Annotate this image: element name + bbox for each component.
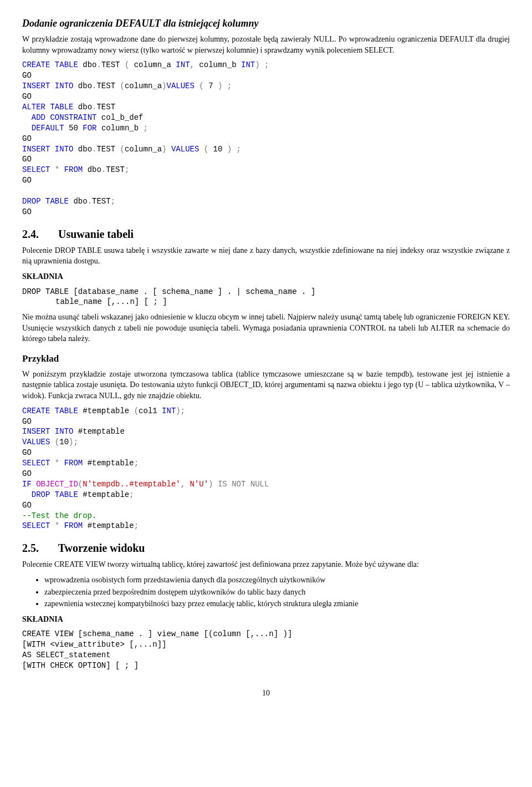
go: GO [22, 176, 32, 185]
id-dbo: dbo [78, 82, 92, 90]
syntax-line: [WITH CHECK OPTION] [ ; ] [22, 661, 139, 670]
syntax-line: CREATE VIEW [schema_name . ] view_name [… [22, 629, 292, 638]
kw-int: INT [176, 60, 190, 69]
kw-table: TABLE [45, 197, 69, 206]
id-temptable: #temptable [83, 407, 129, 415]
kw-table: TABLE [55, 60, 78, 69]
id-dbo: dbo [73, 197, 87, 206]
kw-select: SELECT [22, 165, 50, 174]
paren: ( [204, 145, 208, 154]
kw-not: NOT [232, 480, 245, 489]
kw-from: FROM [64, 521, 83, 530]
paren-semi: ); [69, 438, 78, 446]
id-test: TEST [96, 103, 115, 111]
kw-create: CREATE [22, 60, 50, 69]
syntax-line: table_name [,...n] [ ; ] [22, 297, 510, 307]
go: GO [22, 71, 32, 80]
paren: ) [162, 145, 166, 154]
star: * [55, 165, 59, 174]
kw-into: INTO [55, 82, 74, 90]
id-dbo: dbo [83, 60, 96, 69]
go: GO [22, 417, 32, 426]
kw-is: IS [218, 480, 227, 489]
semi: ; [129, 490, 134, 499]
str-tempdb: N'tempdb..#temptable' [83, 480, 180, 489]
kw-drop: DROP [32, 490, 50, 499]
paren: ( [134, 407, 139, 415]
id-cola: column_a [125, 82, 162, 90]
kw-select: SELECT [22, 459, 50, 468]
dot: . [96, 60, 101, 69]
kw-insert: INSERT [22, 145, 50, 154]
kw-constraint: CONSTRAINT [50, 113, 96, 122]
semi: ; [264, 60, 269, 69]
semi: ; [134, 521, 139, 530]
semi: ; [227, 82, 232, 90]
kw-for: FOR [83, 124, 96, 133]
num-10: 10 [59, 438, 69, 446]
kw-from: FROM [64, 165, 83, 174]
syntax-line: AS SELECT_statement [22, 651, 111, 659]
id-colbdef: col_b_def [101, 113, 144, 122]
paren: ( [78, 480, 83, 489]
paren: ( [125, 60, 129, 69]
kw-insert: INSERT [22, 427, 50, 436]
semi: ; [111, 197, 115, 206]
id-colb: column_b [199, 60, 236, 69]
para-24-2: Nie można usunąć tabeli wskazanej jako o… [22, 312, 510, 344]
go: GO [22, 92, 32, 101]
para-24-1: Polecenie DROP TABLE usuwa tabelę i wszy… [22, 245, 510, 267]
num-10: 10 [213, 145, 223, 154]
id-cola: column_a [125, 145, 162, 154]
star: * [55, 459, 59, 468]
kw-values: VALUES [167, 82, 195, 90]
kw-create: CREATE [22, 407, 50, 415]
comment-test-drop: --Test the drop. [22, 511, 96, 520]
comma: , [190, 60, 195, 69]
num-7: 7 [208, 82, 213, 90]
code-block-temptable: CREATE TABLE #temptable (col1 INT); GO I… [22, 406, 510, 532]
id-dbo: dbo [88, 165, 101, 174]
kw-values: VALUES [22, 438, 50, 446]
para-przyklad: W poniższym przykładzie zostaje utworzon… [22, 369, 510, 402]
comma: , [181, 480, 185, 489]
go: GO [22, 155, 32, 164]
id-dbo: dbo [78, 103, 92, 111]
id-dbo: dbo [78, 145, 92, 154]
id-colb: column_b [101, 124, 139, 133]
para-default-intro: W przykładzie zostają wprowadzone dane d… [22, 34, 510, 55]
kw-insert: INSERT [22, 82, 50, 90]
paren: ( [120, 82, 124, 90]
syntax-line: DROP TABLE [database_name . [ schema_nam… [22, 287, 315, 296]
kw-add: ADD [32, 113, 45, 122]
star: * [55, 521, 59, 530]
label-skladnia-24: SKŁADNIA [22, 271, 510, 282]
fn-objectid: OBJECT_ID [36, 480, 78, 489]
paren: ) [255, 60, 259, 69]
syntax-drop-table: DROP TABLE [database_name . [ schema_nam… [22, 287, 510, 308]
page-number: 10 [22, 688, 510, 699]
kw-default: DEFAULT [32, 124, 64, 133]
kw-drop: DROP [22, 197, 41, 206]
dot: . [88, 197, 92, 206]
heading-przyklad: Przykład [22, 352, 510, 365]
id-test: TEST [96, 82, 115, 90]
paren: ) [208, 480, 213, 489]
kw-into: INTO [55, 427, 74, 436]
code-block-default: CREATE TABLE dbo.TEST ( column_a INT, co… [22, 60, 510, 217]
id-col1: col1 [139, 407, 157, 415]
semi: ; [134, 459, 139, 468]
heading-num-25: 2.5. [22, 540, 55, 556]
id-cola: column_a [134, 60, 171, 69]
kw-null: NULL [250, 480, 269, 489]
id-test: TEST [106, 165, 125, 174]
id-test: TEST [96, 145, 115, 154]
paren-semi: ); [176, 407, 185, 415]
num-50: 50 [69, 124, 78, 133]
heading-num-24: 2.4. [22, 226, 55, 242]
id-temptable: #temptable [78, 427, 125, 436]
go: GO [22, 134, 32, 143]
para-25-1: Polecenie CREATE VIEW tworzy wirtualną t… [22, 559, 510, 570]
semi: ; [144, 124, 148, 133]
id-temptable: #temptable [83, 490, 129, 499]
